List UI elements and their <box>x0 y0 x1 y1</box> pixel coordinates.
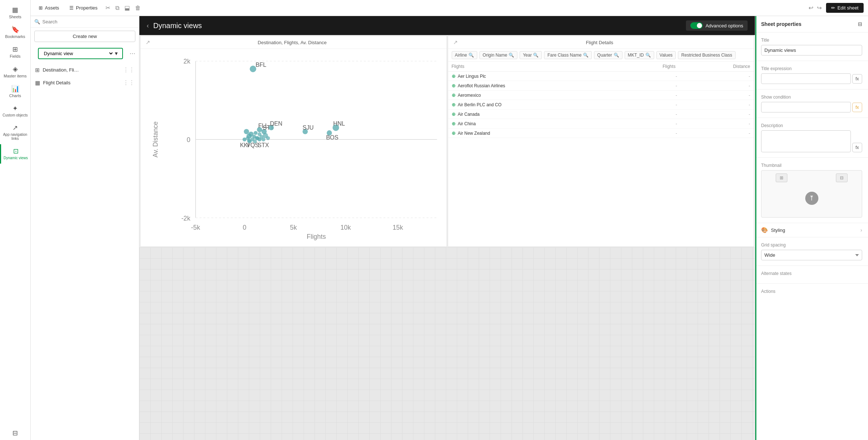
filter-chip-quarter[interactable]: Quarter 🔍 <box>594 51 622 59</box>
more-options-icon[interactable]: ⋯ <box>130 50 135 57</box>
back-chevron-icon[interactable]: ‹ <box>147 22 149 30</box>
row-expand-icon[interactable]: ⊕ <box>452 111 456 117</box>
list-item[interactable]: ⊞ Destination, Fli… ⋮⋮ <box>31 64 139 76</box>
thumbnail-upload-button[interactable]: ⤒ <box>805 192 818 205</box>
search-input[interactable] <box>42 19 135 24</box>
col-header-flights: Flights <box>452 62 601 71</box>
advanced-options-toggle[interactable]: Advanced options <box>686 20 748 31</box>
drag-handle-icon[interactable]: ⋮⋮ <box>123 66 135 73</box>
description-textarea[interactable] <box>761 130 851 152</box>
svg-text:HNL: HNL <box>333 120 345 127</box>
dynamic-view-dropdown[interactable]: Dynamic view ▼ <box>38 48 123 59</box>
row-expand-icon[interactable]: ⊕ <box>452 121 456 126</box>
assets-tab[interactable]: ⊞ Assets <box>35 4 63 12</box>
description-field: fx <box>761 130 862 152</box>
show-condition-field: fx <box>761 102 862 112</box>
cut-icon[interactable]: ✂ <box>104 3 112 13</box>
title-expression-fx-button[interactable]: fx <box>852 74 862 84</box>
table-row[interactable]: ⊕ Air Canada - - <box>448 110 754 119</box>
filter-search-icon[interactable]: 🔍 <box>509 53 514 58</box>
table-row[interactable]: ⊕ Air Berlin PLC and CO - - <box>448 100 754 110</box>
palette-icon: 🎨 <box>761 227 768 233</box>
upload-icon: ⤒ <box>809 194 814 202</box>
edit-sheet-button[interactable]: ✏ Edit sheet <box>826 3 864 13</box>
sidebar-item-sheets[interactable]: ▦ Sheets <box>0 3 30 23</box>
sidebar-item-app-navigation[interactable]: ↗ App navigation links <box>0 121 30 144</box>
table-export-icon[interactable]: ↗ <box>453 39 458 46</box>
filter-chip-origin[interactable]: Origin Name 🔍 <box>479 51 517 59</box>
row-expand-icon[interactable]: ⊕ <box>452 92 456 98</box>
sidebar-item-custom-objects[interactable]: ✦ Custom objects <box>0 102 30 121</box>
thumbnail-layout-2-icon[interactable]: ⊟ <box>836 173 848 182</box>
row-expand-icon[interactable]: ⊕ <box>452 130 456 136</box>
sidebar-item-dynamic-views[interactable]: ⊡ Dynamic views <box>0 144 30 164</box>
filter-search-icon[interactable]: 🔍 <box>468 53 474 58</box>
sheets-icon: ▦ <box>12 7 18 13</box>
asset-list: ⊞ Destination, Fli… ⋮⋮ ▦ Flight Details … <box>31 62 139 440</box>
table-row[interactable]: ⊕ Aer Lingus Plc - - <box>448 72 754 81</box>
list-item[interactable]: ▦ Flight Details ⋮⋮ <box>31 76 139 89</box>
search-box: 🔍 <box>31 16 139 28</box>
undo-icon[interactable]: ↩ <box>807 3 815 13</box>
scatter-export-icon[interactable]: ↗ <box>146 39 150 46</box>
filter-chip-restricted[interactable]: Restricted Business Class <box>678 51 735 59</box>
copy-icon[interactable]: ⧉ <box>114 3 121 13</box>
drag-handle-icon[interactable]: ⋮⋮ <box>123 79 135 86</box>
sidebar-item-master-items[interactable]: ◈ Master items <box>0 62 30 82</box>
sidebar-item-fields[interactable]: ⊞ Fields <box>0 42 30 62</box>
redo-icon[interactable]: ↪ <box>815 3 823 13</box>
filter-search-icon[interactable]: 🔍 <box>583 53 589 58</box>
svg-point-47 <box>262 138 266 142</box>
filter-search-icon[interactable]: 🔍 <box>645 53 651 58</box>
thumbnail-area[interactable]: ⊞ ⊟ ⤒ <box>761 170 862 218</box>
thumbnail-section: Thumbnail ⊞ ⊟ ⤒ <box>755 158 868 223</box>
filter-chip-mkt-id[interactable]: MKT_ID 🔍 <box>625 51 654 59</box>
thumbnail-layout-1-icon[interactable]: ⊞ <box>776 173 787 182</box>
scatter-chart-header: ↗ Destination, Flights, Av. Distance <box>140 36 447 49</box>
title-expression-input[interactable] <box>761 73 851 84</box>
filter-chip-values[interactable]: Values <box>656 51 676 59</box>
description-fx-button[interactable]: fx <box>852 143 862 152</box>
table-row[interactable]: ⊕ Aeromexico - - <box>448 91 754 100</box>
filter-chip-year[interactable]: Year 🔍 <box>520 51 542 59</box>
row-expand-icon[interactable]: ⊕ <box>452 102 456 107</box>
table-row[interactable]: ⊕ Air New Zealand - - <box>448 129 754 138</box>
advanced-options-label: Advanced options <box>706 23 743 28</box>
flight-details-title: Flight Details <box>586 40 613 45</box>
toggle-switch[interactable] <box>690 22 703 29</box>
filter-search-icon[interactable]: 🔍 <box>533 53 539 58</box>
paste-icon[interactable]: ⬓ <box>123 3 131 13</box>
sidebar-item-label: Bookmarks <box>5 34 25 39</box>
filter-search-icon[interactable]: 🔍 <box>614 53 619 58</box>
dynamic-views-icon: ⊡ <box>13 148 19 154</box>
svg-text:BFL: BFL <box>256 61 267 68</box>
col-header-flights-count: Flights <box>601 62 676 71</box>
dynamic-view-select[interactable]: Dynamic view <box>42 50 114 57</box>
sidebar-item-label: Custom objects <box>3 113 28 117</box>
thumbnail-label: Thumbnail <box>761 163 862 168</box>
filter-chip-fare-class[interactable]: Fare Class Name 🔍 <box>544 51 591 59</box>
sidebar-item-charts[interactable]: 📊 Charts <box>0 82 30 102</box>
svg-text:0: 0 <box>187 136 190 144</box>
properties-icon: ☰ <box>69 5 74 11</box>
styling-row[interactable]: 🎨 Styling › <box>755 223 868 237</box>
table-row[interactable]: ⊕ Air China - - <box>448 119 754 129</box>
sidebar-item-label: Dynamic views <box>4 156 28 160</box>
filter-chip-airline[interactable]: Airline 🔍 <box>452 51 477 59</box>
title-input[interactable] <box>761 45 862 56</box>
table-filters: Airline 🔍 Origin Name 🔍 Year 🔍 Fare Clas… <box>448 49 754 62</box>
table-row[interactable]: ⊕ Aeroflot Russian Airlines - - <box>448 81 754 91</box>
row-expand-icon[interactable]: ⊕ <box>452 73 456 79</box>
show-condition-input[interactable] <box>761 102 851 112</box>
sidebar-item-bookmarks[interactable]: 🔖 Bookmarks <box>0 23 30 42</box>
sidebar-item-label: Charts <box>9 93 21 98</box>
sidebar-item-bottom[interactable]: ⊟ <box>0 426 30 440</box>
create-new-button[interactable]: Create new <box>34 31 135 42</box>
grid-spacing-select[interactable]: Narrow Medium Wide <box>761 250 862 260</box>
show-condition-fx-button[interactable]: fx <box>852 103 862 112</box>
row-expand-icon[interactable]: ⊕ <box>452 83 456 88</box>
description-section: Description fx <box>755 118 868 158</box>
scatter-chart-panel: ↗ Destination, Flights, Av. Distance <box>140 36 447 247</box>
delete-icon[interactable]: 🗑 <box>134 3 142 13</box>
properties-tab[interactable]: ☰ Properties <box>66 4 101 12</box>
